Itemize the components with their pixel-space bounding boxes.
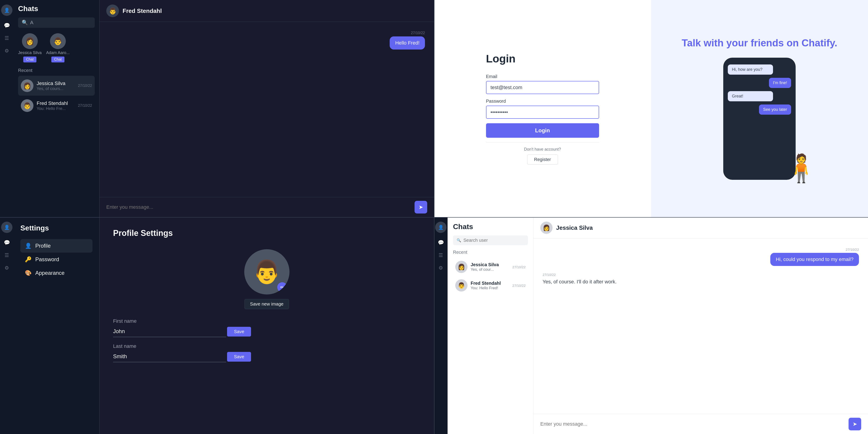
bl-chat-icon[interactable]: 💬	[4, 240, 10, 246]
br-conv-name: Jessica Silva	[556, 224, 593, 231]
login-box: Login Email Password Login Don't have ac…	[486, 53, 599, 165]
profile-avatar-area: 👨 ✏ Save new image	[113, 249, 421, 309]
story-name-jessica: Jessica Silva	[18, 51, 41, 55]
login-button[interactable]: Login	[486, 123, 599, 138]
settings-appearance-label: Appearance	[35, 270, 64, 276]
tl-chat-header: 👨 Fred Stendahl	[99, 0, 434, 22]
br-settings-nav[interactable]: ⚙	[438, 265, 443, 271]
br-list-nav[interactable]: ☰	[438, 252, 443, 258]
br-time-fred: 27/10/22	[513, 284, 526, 287]
tl-chats-panel: Chats 🔍 👩 Jessica Silva Chat 👨 Adam Aaro…	[13, 0, 99, 217]
br-chat-item-jessica[interactable]: 👩 Jessica Silva Yes, of cour... 27/10/22	[453, 257, 528, 276]
profile-avatar-circle: 👨 ✏	[244, 249, 289, 294]
tl-msg-time: 27/10/22	[390, 31, 425, 35]
first-name-field: First name Save	[113, 318, 421, 343]
br-conv-body: 27/10/22 Hi, could you respond to my ema…	[533, 239, 868, 414]
hero-title: Talk with your friends on Chatify.	[682, 37, 837, 49]
bl-settings-icon[interactable]: ⚙	[4, 265, 9, 271]
br-time-jessica: 27/10/22	[513, 265, 526, 269]
tl-app-title: Chats	[18, 4, 95, 13]
bl-list-icon[interactable]: ☰	[4, 252, 9, 258]
first-name-save-btn[interactable]: Save	[227, 327, 251, 337]
tl-search-bar[interactable]: 🔍	[18, 18, 95, 28]
last-name-input[interactable]	[113, 351, 226, 362]
br-search-icon: 🔍	[457, 238, 461, 243]
br-avatar-jessica: 👩	[455, 261, 467, 273]
br-search-input[interactable]	[463, 238, 524, 243]
br-msg-sent: Hi, could you respond to my email?	[770, 253, 859, 266]
story-btn-adam[interactable]: Chat	[51, 57, 64, 62]
tl-send-button[interactable]: ➤	[414, 201, 427, 214]
settings-profile-label: Profile	[35, 243, 51, 249]
br-chat-item-fred[interactable]: 👨 Fred Stendahl You: Hello Fred! 27/10/2…	[453, 276, 528, 295]
br-name-jessica: Jessica Silva	[471, 262, 509, 267]
last-name-field: Last name Save	[113, 343, 421, 368]
hdr-name: Fred Stendahl	[123, 7, 162, 14]
br-msg-received: Yes, of course. I'll do it after work.	[542, 279, 617, 285]
list-nav-icon[interactable]: ☰	[4, 35, 9, 41]
last-name-save-btn[interactable]: Save	[227, 352, 251, 362]
story-avatar-adam: 👨	[50, 33, 66, 49]
br-conv-avatar: 👩	[540, 222, 553, 234]
story-name-adam: Adam Aaro...	[46, 51, 70, 55]
login-section: Login Email Password Login Don't have ac…	[434, 0, 651, 217]
settings-item-appearance[interactable]: 🎨 Appearance	[20, 266, 93, 280]
settings-item-profile[interactable]: 👤 Profile	[20, 239, 93, 253]
last-name-label: Last name	[113, 343, 421, 349]
br-sidebar: 👤 💬 ☰ ⚙	[434, 217, 447, 434]
recent-label: Recent	[18, 68, 95, 73]
vertical-divider	[434, 0, 434, 434]
chat-item-fred[interactable]: 👨 Fred Stendahl You: Hello Fre... 27/10/…	[18, 96, 95, 116]
chat-info-fred: Fred Stendahl You: Hello Fre...	[37, 100, 75, 111]
story-btn-jessica[interactable]: Chat	[23, 57, 36, 62]
first-name-label: First name	[113, 318, 421, 324]
hdr-avatar: 👨	[106, 4, 119, 17]
br-preview-fred: You: Hello Fred!	[471, 286, 509, 290]
chat-time-fred: 27/10/22	[78, 103, 92, 107]
chat-time-jessica: 27/10/22	[78, 84, 92, 88]
br-recent-label: Recent	[453, 250, 528, 255]
br-conversation: 👩 Jessica Silva 27/10/22 Hi, could you r…	[533, 217, 868, 434]
settings-item-password[interactable]: 🔑 Password	[20, 253, 93, 266]
br-search-bar[interactable]: 🔍	[453, 236, 528, 245]
tl-chat-body: 27/10/22 Hello Fred!	[99, 22, 434, 197]
email-input[interactable]	[486, 81, 599, 94]
chat-nav-icon[interactable]: 💬	[4, 23, 10, 29]
tl-chat-input-area: ➤	[99, 197, 434, 217]
chat-preview-fred: You: Hello Fre...	[37, 106, 75, 111]
chat-avatar-jessica: 👩	[21, 80, 33, 92]
first-name-input[interactable]	[113, 326, 226, 337]
appearance-icon: 🎨	[25, 270, 32, 276]
settings-nav-icon[interactable]: ⚙	[4, 48, 9, 54]
story-avatar-jessica: 👩	[22, 33, 38, 49]
story-row: 👩 Jessica Silva Chat 👨 Adam Aaro... Chat	[18, 33, 95, 62]
tl-sidebar: 👤 💬 ☰ ⚙	[0, 0, 13, 217]
tl-search-input[interactable]	[30, 20, 91, 26]
br-chat-nav[interactable]: 💬	[438, 240, 444, 246]
tl-message-input[interactable]	[106, 204, 411, 210]
phone-mockup: Hi, how are you? I'm fine! Great! See yo…	[723, 58, 796, 180]
br-msg-time-received: 27/10/22	[542, 273, 556, 277]
br-name-fred: Fred Stendahl	[471, 281, 509, 286]
profile-icon: 👤	[25, 243, 32, 249]
user-avatar: 👤	[1, 4, 12, 16]
br-msg-time-sent: 27/10/22	[846, 248, 859, 251]
bl-user-avatar: 👤	[1, 222, 12, 233]
profile-settings-title: Profile Settings	[113, 228, 421, 238]
br-sent-msg-area: 27/10/22 Hi, could you respond to my ema…	[542, 248, 859, 268]
tl-msg-sent: Hello Fred!	[390, 36, 425, 50]
story-adam: 👨 Adam Aaro... Chat	[46, 33, 70, 62]
settings-password-label: Password	[35, 256, 59, 262]
bl-sidebar: 👤 💬 ☰ ⚙	[0, 217, 13, 434]
login-title: Login	[486, 53, 599, 65]
br-send-button[interactable]: ➤	[848, 418, 861, 430]
br-message-input[interactable]	[540, 421, 845, 427]
password-input[interactable]	[486, 105, 599, 119]
email-label: Email	[486, 74, 599, 79]
register-button[interactable]: Register	[527, 154, 558, 165]
br-user-avatar: 👤	[435, 222, 446, 233]
save-image-button[interactable]: Save new image	[245, 299, 289, 309]
edit-avatar-badge[interactable]: ✏	[277, 282, 287, 292]
chat-item-jessica[interactable]: 👩 Jessica Silva Yes, of cours... 27/10/2…	[18, 76, 95, 96]
br-conv-header: 👩 Jessica Silva	[533, 217, 868, 239]
